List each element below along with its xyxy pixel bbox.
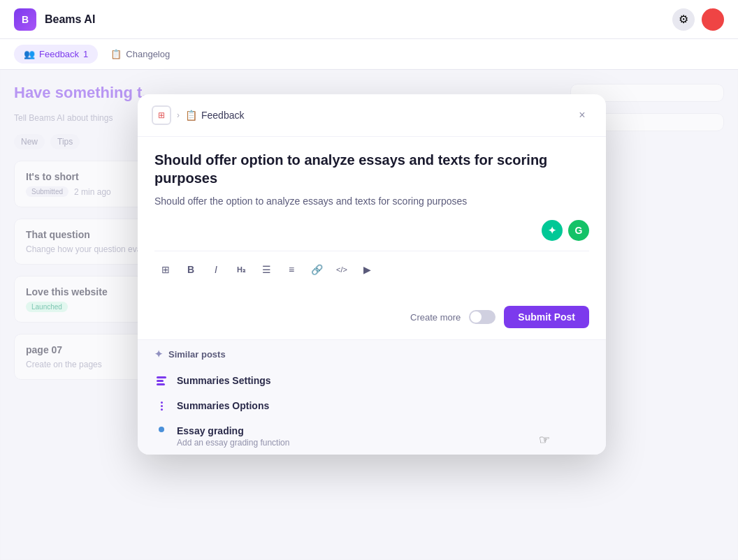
feedback-breadcrumb-icon: 📋 [185, 110, 197, 121]
submit-post-button[interactable]: Submit Post [504, 306, 589, 328]
ai-icon[interactable]: ✦ [542, 220, 563, 241]
toolbar-italic-button[interactable]: I [205, 258, 227, 281]
editor-extension-icons: ✦ G [154, 220, 589, 251]
italic-icon: I [215, 264, 217, 275]
settings-button[interactable]: ⚙ [672, 8, 695, 31]
tab-changelog[interactable]: 📋 Changelog [101, 45, 180, 64]
image-icon: ⊞ [161, 264, 170, 275]
similar-post-3-content: Essay grading Add an essay grading funct… [177, 425, 289, 448]
breadcrumb-home-icon[interactable]: ⊞ [152, 105, 171, 125]
ordered-list-icon: ≡ [289, 264, 294, 275]
similar-post-3-title: Essay grading [177, 425, 289, 436]
toolbar-image-button[interactable]: ⊞ [154, 258, 177, 281]
app-logo: B [14, 8, 36, 31]
create-more-label: Create more [410, 312, 461, 323]
modal-header: ⊞ › 📋 Feedback × [138, 94, 606, 137]
modal-close-button[interactable]: × [572, 105, 592, 125]
similar-post-3-desc: Add an essay grading function [177, 438, 289, 448]
bold-icon: B [187, 264, 194, 275]
similar-post-2-content: Summaries Options [177, 400, 269, 411]
feedback-tab-icon: 👥 [24, 49, 35, 59]
similar-post-2-title: Summaries Options [177, 400, 269, 411]
create-more-toggle[interactable] [469, 310, 495, 324]
code-icon: </> [336, 265, 347, 274]
toolbar-video-button[interactable]: ▶ [356, 258, 378, 281]
bullet-list-icon: ☰ [262, 264, 271, 275]
feedback-tab-label: Feedback [39, 49, 79, 59]
similar-post-1-content: Summaries Settings [177, 375, 271, 386]
header-right: ⚙ [672, 8, 724, 31]
feedback-tab-count: 1 [83, 49, 88, 59]
create-post-modal: ⊞ › 📋 Feedback × Should offer option to … [138, 94, 606, 455]
similar-posts-icon: ✦ [154, 348, 163, 360]
post-description-text: Should offer the option to analyze essay… [154, 194, 589, 209]
app-header: B Beams AI ⚙ [0, 0, 738, 39]
toggle-knob [470, 311, 482, 323]
similar-posts-header: ✦ Similar posts [138, 340, 606, 368]
video-icon: ▶ [363, 264, 371, 275]
toolbar-link-button[interactable]: 🔗 [305, 258, 328, 281]
link-icon: 🔗 [311, 264, 323, 275]
gear-icon: ⚙ [679, 13, 688, 26]
breadcrumb-feedback-label: Feedback [201, 110, 244, 121]
user-avatar[interactable] [702, 8, 724, 31]
bars-icon-1 [154, 375, 168, 385]
toolbar-code-button[interactable]: </> [331, 258, 353, 281]
toolbar-heading-button[interactable]: H₂ [230, 258, 252, 281]
modal-body: Should offer option to analyze essays an… [138, 137, 606, 299]
modal-footer: Create more Submit Post [138, 299, 606, 339]
filter-tips[interactable]: Tips [50, 134, 80, 149]
similar-post-3[interactable]: Essay grading Add an essay grading funct… [138, 418, 606, 455]
cursor-pointer-icon: ☞ [539, 432, 550, 448]
post-title-text: Should offer option to analyze essays an… [154, 151, 589, 187]
tab-feedback[interactable]: 👥 Feedback 1 [14, 45, 98, 64]
bullet-icon-3 [154, 425, 168, 432]
app-name: Beams AI [45, 13, 95, 26]
breadcrumb-separator: › [177, 110, 180, 120]
similar-post-1-title: Summaries Settings [177, 375, 271, 386]
changelog-tab-label: Changelog [126, 49, 170, 59]
toolbar-bullet-list-button[interactable]: ☰ [255, 258, 277, 281]
similar-post-1[interactable]: Summaries Settings [138, 368, 606, 393]
breadcrumb-feedback: 📋 Feedback [185, 110, 244, 121]
editor-toolbar: ⊞ B I H₂ ☰ ≡ 🔗 </> ▶ [154, 251, 589, 288]
grammarly-icon[interactable]: G [568, 220, 589, 241]
home-icon: ⊞ [158, 110, 165, 120]
filter-new[interactable]: New [14, 134, 45, 149]
dots-icon-2 [154, 400, 168, 411]
similar-post-2[interactable]: Summaries Options [138, 393, 606, 418]
similar-posts-title: Similar posts [168, 349, 226, 360]
toolbar-bold-button[interactable]: B [180, 258, 202, 281]
changelog-tab-icon: 📋 [110, 49, 122, 59]
similar-posts-section: ✦ Similar posts Summaries Settings [138, 339, 606, 455]
app-nav: 👥 Feedback 1 📋 Changelog [0, 39, 738, 70]
close-icon: × [579, 109, 585, 121]
heading-icon: H₂ [237, 265, 245, 274]
toolbar-ordered-list-button[interactable]: ≡ [280, 258, 303, 281]
